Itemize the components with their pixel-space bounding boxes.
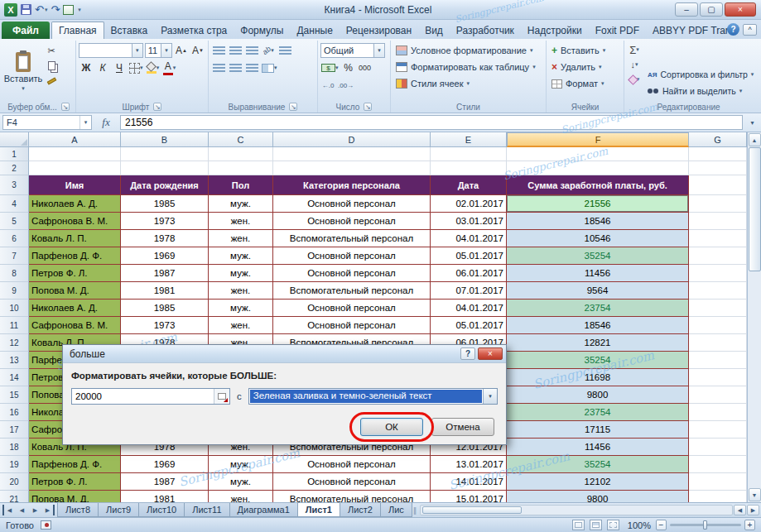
cell-C20[interactable]: муж. (209, 473, 273, 491)
cell-F19[interactable]: 35254 (507, 456, 689, 473)
cell-E4[interactable]: 02.01.2017 (431, 195, 507, 213)
last-sheet-button[interactable]: ▶ (42, 505, 55, 515)
cell-B1[interactable] (121, 147, 209, 161)
ribbon-tab-1[interactable]: Главная (51, 22, 104, 39)
cell-E21[interactable]: 15.01.2017 (431, 491, 507, 502)
conditional-formatting-button[interactable]: Условное форматирование▾ (393, 42, 543, 59)
ribbon-tab-4[interactable]: Формулы (234, 22, 290, 39)
cell-D2[interactable] (273, 161, 431, 175)
cell-A19[interactable]: Парфенов Д. Ф. (29, 456, 121, 473)
cell-B7[interactable]: 1969 (121, 247, 209, 265)
file-tab[interactable]: Файл (2, 22, 50, 39)
cell-G8[interactable] (689, 265, 747, 282)
autosum-button[interactable]: Σ▾ (627, 43, 642, 56)
row-header-5[interactable]: 5 (0, 213, 29, 230)
cell-G16[interactable] (689, 404, 747, 421)
ribbon-tab-8[interactable]: Разработчик (450, 22, 521, 39)
row-header-2[interactable]: 2 (0, 161, 29, 175)
scroll-down-icon[interactable]: ▼ (749, 488, 761, 501)
font-launcher[interactable]: ↘ (153, 103, 161, 111)
cell-G2[interactable] (689, 161, 747, 175)
align-right-button[interactable] (244, 60, 259, 75)
format-cells-button[interactable]: Формат▾ (549, 75, 621, 92)
row-header-11[interactable]: 11 (0, 317, 29, 334)
ribbon-tab-3[interactable]: Разметка стра (154, 22, 234, 39)
clipboard-launcher[interactable]: ↘ (61, 103, 70, 111)
tab-splitter[interactable]: ∥ (412, 503, 418, 517)
cell-A21[interactable]: Попова М. Д. (29, 491, 121, 502)
vertical-scrollbar[interactable]: ▲ ▼ (747, 132, 761, 502)
cell-B20[interactable]: 1987 (121, 473, 209, 491)
cell-B6[interactable]: 1978 (121, 230, 209, 247)
grow-font-button[interactable]: А▲ (174, 43, 189, 58)
borders-button[interactable]: ▾ (128, 60, 144, 75)
cell-F18[interactable]: 11456 (507, 439, 689, 456)
sheet-tab-Лист1[interactable]: Лист1 (297, 503, 340, 517)
macro-record-icon[interactable] (41, 520, 51, 530)
cell-D21[interactable]: Вспомогательный персонал (273, 491, 431, 502)
align-center-button[interactable] (228, 60, 243, 75)
row-header-7[interactable]: 7 (0, 247, 29, 265)
row-header-21[interactable]: 21 (0, 491, 29, 502)
cell-B4[interactable]: 1985 (121, 195, 209, 213)
ribbon-tab-7[interactable]: Вид (418, 22, 450, 39)
first-sheet-button[interactable]: ◀ (2, 505, 15, 515)
cell-F8[interactable]: 11456 (507, 265, 689, 282)
table-tool-button[interactable] (63, 3, 74, 17)
cell-A10[interactable]: Николаев А. Д. (29, 300, 121, 317)
column-header-F[interactable]: F (507, 132, 689, 147)
cell-G15[interactable] (689, 386, 747, 404)
cell-E9[interactable]: 07.01.2017 (431, 282, 507, 300)
orientation-button[interactable]: ab▾ (261, 43, 276, 58)
cell-F17[interactable]: 17115 (507, 421, 689, 439)
hscroll-left-icon[interactable]: ◀ (734, 505, 746, 515)
cell-F11[interactable]: 18546 (507, 317, 689, 334)
cell-G12[interactable] (689, 334, 747, 352)
row-header-13[interactable]: 13 (0, 352, 29, 369)
row-header-15[interactable]: 15 (0, 386, 29, 404)
row-header-14[interactable]: 14 (0, 369, 29, 386)
vertical-scroll-thumb[interactable] (749, 147, 761, 271)
expand-formula-bar-button[interactable]: ▾ (746, 119, 759, 127)
increase-decimal-button[interactable]: ←.0 (320, 78, 335, 93)
number-format-select[interactable]: Общий▾ (320, 43, 385, 58)
column-header-D[interactable]: D (273, 132, 431, 147)
cell-E20[interactable]: 14.01.2017 (431, 473, 507, 491)
range-picker-button[interactable] (214, 389, 229, 404)
row-header-8[interactable]: 8 (0, 265, 29, 282)
row-header-20[interactable]: 20 (0, 473, 29, 491)
cell-B3[interactable]: Дата рождения (121, 175, 209, 195)
cell-B2[interactable] (121, 161, 209, 175)
zoom-slider[interactable]: − + (656, 520, 755, 530)
horizontal-scroll-thumb[interactable] (422, 506, 522, 514)
ribbon-tab-9[interactable]: Надстройки (521, 22, 589, 39)
cell-A9[interactable]: Попова М. Д. (29, 282, 121, 300)
cell-C19[interactable]: муж. (209, 456, 273, 473)
cell-F15[interactable]: 9800 (507, 386, 689, 404)
cell-F2[interactable] (507, 161, 689, 175)
cell-C8[interactable]: муж. (209, 265, 273, 282)
merge-center-button[interactable]: ▾ (261, 60, 278, 75)
delete-cells-button[interactable]: ×Удалить▾ (549, 59, 621, 75)
fill-color-button[interactable]: ▾ (146, 60, 161, 75)
cell-E10[interactable]: 04.01.2017 (431, 300, 507, 317)
find-select-button[interactable]: Найти и выделить▾ (645, 83, 756, 99)
zoom-level[interactable]: 100% (624, 520, 651, 530)
align-left-button[interactable] (211, 60, 226, 75)
row-header-3[interactable]: 3 (0, 175, 29, 195)
cell-C4[interactable]: муж. (209, 195, 273, 213)
horizontal-scrollbar[interactable]: ◀ ▶ (418, 503, 761, 517)
cell-B21[interactable]: 1981 (121, 491, 209, 502)
cell-C10[interactable]: муж. (209, 300, 273, 317)
cell-F10[interactable]: 23754 (507, 300, 689, 317)
maximize-button[interactable]: ▢ (700, 2, 723, 17)
cell-F20[interactable]: 12102 (507, 473, 689, 491)
cell-B11[interactable]: 1973 (121, 317, 209, 334)
cell-E19[interactable]: 13.01.2017 (431, 456, 507, 473)
cell-A8[interactable]: Петров Ф. Л. (29, 265, 121, 282)
cell-G7[interactable] (689, 247, 747, 265)
clear-button[interactable]: ▾ (627, 73, 642, 86)
insert-function-button[interactable]: fx (95, 116, 117, 129)
cell-G21[interactable] (689, 491, 747, 502)
next-sheet-button[interactable]: ▶ (29, 505, 41, 515)
